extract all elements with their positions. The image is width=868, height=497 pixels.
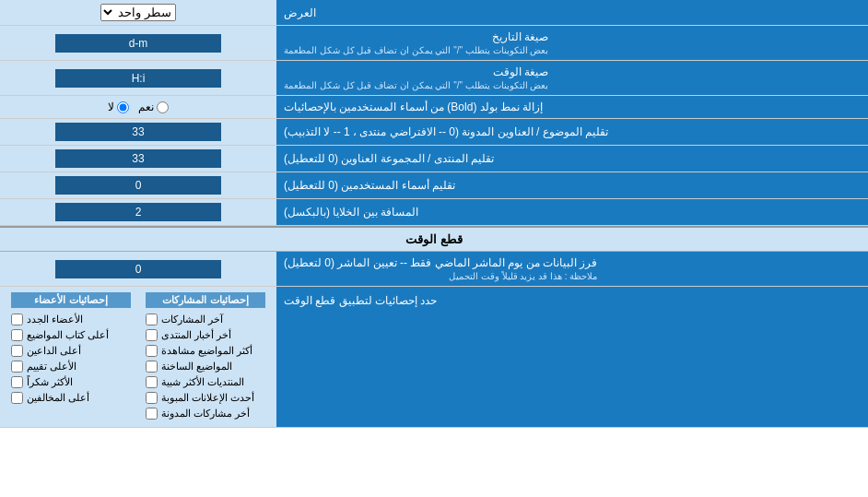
check-new-members-label: الأعضاء الجدد xyxy=(27,314,83,325)
check-most-thanks: الأكثر شكراً xyxy=(11,374,131,390)
check-forum-news-input[interactable] xyxy=(146,329,158,341)
time-format-row: صيغة الوقت بعض التكوينات يتطلب "/" التي … xyxy=(0,61,868,96)
trim-subject-row: تقليم الموضوع / العناوين المدونة (0 -- ا… xyxy=(0,119,868,146)
main-container: العرض سطر واحد سطران ثلاثة أسطر صيغة الت… xyxy=(0,0,868,428)
radio-no[interactable] xyxy=(117,101,129,113)
check-top-donors-input[interactable] xyxy=(11,345,23,357)
check-top-rated: الأعلى تقييم xyxy=(11,359,131,374)
trim-users-input[interactable] xyxy=(55,176,221,195)
check-last-posts: آخر المشاركات xyxy=(146,312,265,327)
date-format-input-cell xyxy=(0,26,276,60)
trim-forum-row: تقليم المنتدى / المجموعة العناوين (0 للت… xyxy=(0,146,868,172)
trim-subject-input-cell xyxy=(0,119,276,145)
checkboxes-label-text: حدد إحصائيات لتطبيق قطع الوقت xyxy=(284,294,437,307)
space-cells-input-cell xyxy=(0,199,276,225)
trim-users-label-text: تقليم أسماء المستخدمين (0 للتعطيل) xyxy=(284,179,455,192)
check-last-noted: أخر مشاركات المدونة xyxy=(146,406,265,421)
checkboxes-col2: إحصائيات الأعضاء الأعضاء الجدد أعلى كتاب… xyxy=(4,290,138,423)
display-dropdown[interactable]: سطر واحد سطران ثلاثة أسطر xyxy=(100,4,176,21)
trim-users-label: تقليم أسماء المستخدمين (0 للتعطيل) xyxy=(276,172,868,198)
check-top-visitors-label: أعلى المخالفين xyxy=(27,392,89,404)
time-format-label-text: صيغة الوقت xyxy=(284,65,548,78)
cutoff-days-input-cell xyxy=(0,252,276,286)
check-new-members-input[interactable] xyxy=(11,314,23,325)
check-most-viewed-label: أكثر المواضيع مشاهدة xyxy=(161,345,252,357)
check-top-rated-input[interactable] xyxy=(11,361,23,373)
space-cells-label-text: المسافة بين الخلايا (بالبكسل) xyxy=(284,206,418,219)
radio-yes-label[interactable]: نعم xyxy=(138,101,169,113)
trim-users-row: تقليم أسماء المستخدمين (0 للتعطيل) xyxy=(0,172,868,199)
radio-no-label[interactable]: لا xyxy=(108,101,129,113)
check-similar-forums: المنتديات الأكثر شبية xyxy=(146,374,265,390)
cutoff-days-row: فرز البيانات من يوم الماشر الماضي فقط --… xyxy=(0,252,868,287)
checkboxes-label: حدد إحصائيات لتطبيق قطع الوقت xyxy=(276,287,868,427)
check-similar-forums-input[interactable] xyxy=(146,376,158,388)
trim-forum-label-text: تقليم المنتدى / المجموعة العناوين (0 للت… xyxy=(284,152,494,165)
check-top-posters: أعلى كتاب المواضيع xyxy=(11,327,131,343)
checkboxes-grid: إحصائيات المشاركات آخر المشاركات أخر أخب… xyxy=(4,290,273,423)
time-format-input-cell xyxy=(0,61,276,95)
cutoff-title-text: قطع الوقت xyxy=(405,232,463,246)
check-similar-forums-label: المنتديات الأكثر شبية xyxy=(161,376,244,388)
col2-title: إحصائيات الأعضاء xyxy=(11,292,131,308)
trim-forum-label: تقليم المنتدى / المجموعة العناوين (0 للت… xyxy=(276,146,868,172)
trim-subject-input[interactable] xyxy=(55,123,221,141)
check-recent-ads-label: أحدث الإعلانات المبوبة xyxy=(161,392,254,404)
check-hot-topics-label: المواضيع الساخنة xyxy=(161,361,232,373)
col1-title: إحصائيات المشاركات xyxy=(146,292,265,308)
check-top-visitors: أعلى المخالفين xyxy=(11,390,131,406)
display-label: العرض xyxy=(276,0,868,25)
check-recent-ads-input[interactable] xyxy=(146,392,158,404)
header-row: العرض سطر واحد سطران ثلاثة أسطر xyxy=(0,0,868,26)
check-most-viewed-input[interactable] xyxy=(146,345,158,357)
check-hot-topics-input[interactable] xyxy=(146,361,158,373)
radio-yes[interactable] xyxy=(157,101,169,113)
check-top-posters-input[interactable] xyxy=(11,329,23,341)
check-forum-news-label: أخر أخبار المنتدى xyxy=(161,329,231,341)
time-format-label: صيغة الوقت بعض التكوينات يتطلب "/" التي … xyxy=(276,61,868,95)
date-format-row: صيغة التاريخ بعض التكوينات يتطلب "/" الت… xyxy=(0,26,868,61)
check-top-donors-label: أعلى الداعين xyxy=(27,345,81,357)
cutoff-section-header: قطع الوقت xyxy=(0,226,868,252)
display-input-cell: سطر واحد سطران ثلاثة أسطر xyxy=(0,0,276,25)
radio-yes-text: نعم xyxy=(138,101,154,113)
check-recent-ads: أحدث الإعلانات المبوبة xyxy=(146,390,265,406)
check-last-noted-input[interactable] xyxy=(146,408,158,420)
check-last-posts-label: آخر المشاركات xyxy=(161,314,223,325)
trim-subject-label-text: تقليم الموضوع / العناوين المدونة (0 -- ا… xyxy=(284,125,608,138)
trim-subject-label: تقليم الموضوع / العناوين المدونة (0 -- ا… xyxy=(276,119,868,145)
space-cells-input[interactable] xyxy=(55,203,221,221)
cutoff-days-label: فرز البيانات من يوم الماشر الماضي فقط --… xyxy=(276,252,868,286)
check-most-viewed: أكثر المواضيع مشاهدة xyxy=(146,343,265,359)
check-last-noted-label: أخر مشاركات المدونة xyxy=(161,408,250,420)
checkboxes-container: إحصائيات المشاركات آخر المشاركات أخر أخب… xyxy=(0,287,276,427)
checkboxes-col1: إحصائيات المشاركات آخر المشاركات أخر أخب… xyxy=(138,290,273,423)
radio-no-text: لا xyxy=(108,101,114,113)
time-format-sublabel: بعض التكوينات يتطلب "/" التي يمكن ان تضا… xyxy=(284,80,548,90)
time-format-input[interactable] xyxy=(55,69,221,88)
trim-forum-input[interactable] xyxy=(55,149,221,168)
remove-bold-row: إزالة نمط بولد (Bold) من أسماء المستخدمي… xyxy=(0,96,868,119)
check-top-donors: أعلى الداعين xyxy=(11,343,131,359)
check-top-posters-label: أعلى كتاب المواضيع xyxy=(27,329,109,341)
remove-bold-label-text: إزالة نمط بولد (Bold) من أسماء المستخدمي… xyxy=(284,101,543,113)
date-format-input[interactable] xyxy=(55,34,221,53)
check-hot-topics: المواضيع الساخنة xyxy=(146,359,265,374)
trim-forum-input-cell xyxy=(0,146,276,172)
display-label-text: العرض xyxy=(284,6,316,19)
check-most-thanks-input[interactable] xyxy=(11,376,23,388)
check-top-rated-label: الأعلى تقييم xyxy=(27,361,76,373)
cutoff-days-label-text: فرز البيانات من يوم الماشر الماضي فقط --… xyxy=(284,256,597,269)
date-format-sublabel: بعض التكوينات يتطلب "/" التي يمكن ان تضا… xyxy=(284,45,548,55)
check-most-thanks-label: الأكثر شكراً xyxy=(27,376,73,388)
space-cells-row: المسافة بين الخلايا (بالبكسل) xyxy=(0,199,868,226)
check-last-posts-input[interactable] xyxy=(146,314,158,325)
remove-bold-label: إزالة نمط بولد (Bold) من أسماء المستخدمي… xyxy=(276,96,868,118)
date-format-label-text: صيغة التاريخ xyxy=(284,30,548,43)
date-format-label: صيغة التاريخ بعض التكوينات يتطلب "/" الت… xyxy=(276,26,868,60)
check-new-members: الأعضاء الجدد xyxy=(11,312,131,327)
check-top-visitors-input[interactable] xyxy=(11,392,23,404)
cutoff-days-sublabel: ملاحظة : هذا قد يزيد قليلاً وقت التحميل xyxy=(284,271,597,281)
cutoff-days-input[interactable] xyxy=(55,260,221,278)
check-forum-news: أخر أخبار المنتدى xyxy=(146,327,265,343)
